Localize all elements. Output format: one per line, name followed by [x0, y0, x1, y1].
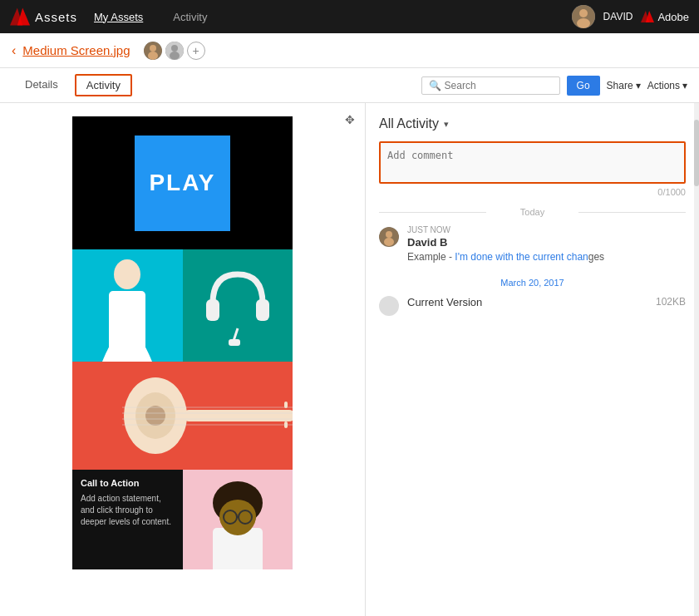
version-avatar	[379, 296, 399, 316]
svg-rect-23	[284, 415, 288, 421]
search-input[interactable]	[445, 80, 553, 91]
top-nav-right: DAVID Adobe	[572, 5, 689, 28]
collaborator-avatar-2[interactable]	[165, 42, 184, 60]
user-name: DAVID	[603, 11, 633, 22]
right-panel: All Activity ▾ 0/1000 Today Just Now Dav…	[366, 103, 699, 616]
preview-guitar-section	[72, 362, 293, 470]
actions-dropdown-icon: ▾	[682, 80, 687, 91]
scrollbar-track[interactable]	[694, 103, 699, 616]
breadcrumb-title[interactable]: Medium Screen.jpg	[22, 43, 130, 57]
play-box: PLAY	[135, 136, 230, 231]
preview-middle-section	[72, 249, 293, 362]
nav-activity[interactable]: Activity	[173, 11, 207, 23]
left-panel: ✥ PLAY	[0, 103, 366, 616]
svg-rect-14	[256, 299, 269, 321]
expand-icon[interactable]: ✥	[345, 113, 355, 126]
breadcrumb-avatars: +	[144, 42, 205, 60]
svg-rect-11	[109, 291, 145, 362]
nav-my-assets[interactable]: My Assets	[94, 11, 143, 23]
headphone-box	[183, 249, 293, 362]
user-avatar[interactable]	[572, 5, 595, 28]
preview-top-section: PLAY	[72, 116, 293, 249]
comment-box[interactable]	[379, 141, 686, 184]
go-button[interactable]: Go	[567, 76, 600, 96]
svg-point-8	[170, 52, 180, 60]
comment-count: 0/1000	[379, 187, 686, 197]
share-dropdown-icon: ▾	[636, 80, 641, 91]
search-icon: 🔍	[429, 80, 441, 91]
person-box	[183, 470, 293, 569]
cta-desc: Add action statement, and click through …	[81, 493, 175, 528]
headphone-illustration	[188, 249, 288, 362]
svg-point-38	[386, 231, 392, 238]
scrollbar-thumb[interactable]	[694, 120, 699, 186]
svg-point-39	[384, 238, 394, 246]
version-item: Current Version 102KB	[379, 296, 686, 316]
top-nav: Assets My Assets Activity DAVID Adobe	[0, 0, 699, 33]
preview-bottom-section: Call to Action Add action statement, and…	[72, 470, 293, 569]
comment-input[interactable]	[387, 150, 677, 173]
version-label: Current Version	[407, 296, 647, 308]
activity-header: All Activity ▾	[379, 116, 686, 131]
sub-nav-tabs: Details Activity	[12, 70, 421, 101]
search-box[interactable]: 🔍	[421, 76, 560, 95]
sub-nav: Details Activity 🔍 Go Share ▾ Actions ▾	[0, 68, 699, 103]
back-button[interactable]: ‹	[12, 43, 16, 58]
activity-dropdown-icon[interactable]: ▾	[444, 119, 449, 130]
svg-rect-13	[206, 299, 219, 321]
activity-item-content: Just Now David B Example - I'm done with…	[407, 225, 604, 264]
adobe-brand: Adobe	[641, 11, 689, 23]
tab-details[interactable]: Details	[12, 70, 71, 101]
svg-point-1	[579, 9, 588, 17]
svg-point-4	[150, 45, 156, 52]
top-nav-links: My Assets Activity	[94, 11, 572, 23]
activity-timestamp: Just Now	[407, 225, 604, 234]
version-size: 102KB	[656, 296, 686, 308]
svg-point-2	[577, 18, 590, 28]
app-logo: Assets	[10, 7, 77, 27]
main-content: ✥ PLAY	[0, 103, 699, 616]
activity-text: Example - I'm done with the current chan…	[407, 250, 604, 264]
svg-point-5	[148, 52, 158, 60]
girl-illustration	[77, 249, 177, 362]
breadcrumb-bar: ‹ Medium Screen.jpg +	[0, 33, 699, 68]
cta-box: Call to Action Add action statement, and…	[72, 470, 183, 569]
activity-author: David B	[407, 236, 604, 249]
collaborator-avatar-1[interactable]	[144, 42, 162, 60]
play-text: PLAY	[149, 170, 215, 196]
adobe-brand-icon	[641, 11, 654, 22]
svg-point-10	[114, 259, 140, 289]
svg-point-7	[171, 45, 178, 52]
app-title: Assets	[35, 10, 77, 24]
march-date-divider: March 20, 2017	[379, 278, 686, 288]
adobe-label: Adobe	[657, 11, 689, 23]
sub-nav-actions: 🔍 Go Share ▾ Actions ▾	[421, 76, 687, 96]
adobe-logo-icon	[10, 7, 30, 27]
guitar-illustration	[72, 362, 293, 470]
actions-button[interactable]: Actions ▾	[647, 80, 687, 91]
girl-box	[72, 249, 183, 362]
add-collaborator-button[interactable]: +	[187, 42, 205, 60]
activity-item: Just Now David B Example - I'm done with…	[379, 225, 686, 264]
svg-rect-16	[229, 339, 240, 346]
person-illustration	[184, 470, 292, 569]
cta-title: Call to Action	[81, 478, 175, 488]
svg-rect-21	[183, 410, 293, 421]
activity-avatar	[379, 227, 399, 247]
activity-panel-title: All Activity	[379, 116, 439, 131]
asset-preview: PLAY	[72, 116, 293, 569]
tab-activity[interactable]: Activity	[75, 74, 132, 96]
share-button[interactable]: Share ▾	[607, 80, 641, 91]
today-divider: Today	[379, 207, 686, 217]
svg-point-20	[145, 406, 165, 426]
